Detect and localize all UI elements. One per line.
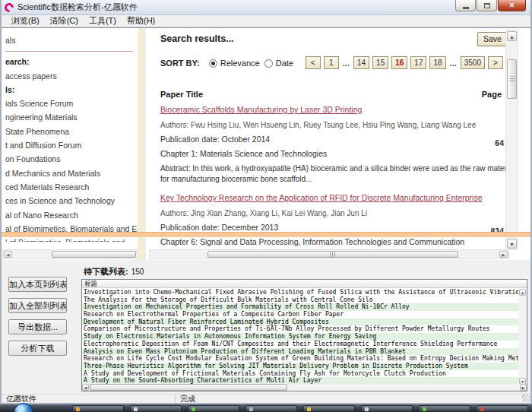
minimize-button[interactable] — [455, 0, 476, 11]
pagination-button[interactable]: 16 — [391, 56, 407, 69]
radio-date-label[interactable]: Date — [276, 59, 293, 68]
pagination-button[interactable]: > — [488, 56, 503, 69]
pagination-button[interactable]: 15 — [372, 56, 388, 69]
taskbar-app-icon — [480, 407, 484, 411]
menu-item[interactable]: 帮助(H) — [122, 14, 160, 27]
download-list-row[interactable]: A Study and Development of Frictional Ma… — [82, 370, 519, 378]
taskbar-button[interactable] — [477, 405, 528, 412]
sidebar-item[interactable]: t and Diffusion Forum — [5, 138, 138, 152]
results-hscroll-thumb[interactable] — [207, 251, 458, 258]
radio-date[interactable] — [264, 59, 273, 68]
download-list-row[interactable]: Research on Electrothermal Properties of… — [82, 311, 519, 319]
column-headers: Paper Title Page — [160, 90, 502, 99]
sidebar-item[interactable]: ials Science Forum — [5, 97, 138, 110]
sidebar-item[interactable]: ngineering Materials — [5, 110, 138, 124]
menu-item[interactable]: 清除(C) — [45, 14, 84, 27]
resize-grip-icon[interactable] — [522, 395, 530, 402]
taskbar-button[interactable] — [130, 405, 182, 412]
sidebar-item[interactable]: ced Materials Research — [5, 180, 138, 194]
paper-chapter: Chapter 6: Signal and Data Processing, I… — [160, 237, 519, 246]
sidebar-item[interactable]: State Phenomena — [5, 125, 138, 138]
taskbar-button[interactable] — [303, 405, 355, 412]
scroll-up-icon[interactable]: ▲ — [507, 31, 517, 41]
maximize-button[interactable] — [477, 0, 497, 11]
titlebar[interactable]: Scientific数据检索分析-亿愿软件 ✕ — [2, 0, 530, 15]
download-list-row[interactable]: Comparison of Microstructure and Propert… — [82, 325, 519, 333]
scroll-up-icon[interactable]: ▲ — [519, 289, 526, 296]
sidebar-item[interactable]: ces in Science and Technology — [5, 194, 138, 208]
menu-item[interactable]: 浏览(B) — [6, 14, 45, 27]
sidebar-item[interactable]: earch: — [5, 55, 138, 68]
menu-item[interactable]: 工具(T) — [84, 14, 122, 27]
app-window: Scientific数据检索分析-亿愿软件 ✕ 浏览(B)清除(C)工具(T)帮… — [0, 0, 532, 404]
sort-bar: SORT BY: Relevance Date — [160, 59, 293, 68]
download-list-row[interactable]: Investigation into Chemo-Mechanical Fixe… — [82, 289, 519, 296]
pagination-button[interactable]: < — [306, 56, 321, 69]
download-list-row[interactable]: Electrophoretic Deposition of Foam Ni/CN… — [82, 341, 519, 348]
sidebar-item[interactable]: al of Nano Research — [5, 208, 138, 222]
results-panel: Search results... Save SORT BY: Relevanc… — [146, 28, 530, 260]
list-hscroll-thumb[interactable] — [90, 384, 287, 391]
results-vscroll-thumb[interactable] — [507, 59, 517, 99]
pagination-button[interactable]: 14 — [353, 56, 369, 69]
pagination-button[interactable]: 17 — [410, 56, 426, 69]
statusbar: 亿愿软件 完成 — [2, 394, 530, 403]
taskbar-button[interactable] — [72, 405, 124, 412]
start-button[interactable] — [14, 403, 33, 412]
download-action-button[interactable]: 分析下载 — [8, 341, 67, 356]
sort-by-label: SORT BY: — [160, 59, 200, 68]
sidebar-horizontal-scrollbar[interactable]: ◀ — [2, 249, 137, 259]
close-button[interactable]: ✕ — [498, 0, 526, 11]
download-action-button[interactable]: 加入本页到列表 — [8, 277, 67, 292]
pagination-button[interactable]: 3500 — [461, 56, 485, 69]
download-rows: Investigation into Chemo-Mechanical Fixe… — [82, 289, 519, 385]
scroll-right-icon[interactable]: ▶ — [499, 251, 508, 258]
taskbar-app-icon — [76, 407, 80, 411]
results-horizontal-scrollbar[interactable]: ▶ — [149, 249, 509, 259]
download-list-row[interactable]: Research on Life Cycle Cost Modular Eval… — [82, 355, 519, 363]
taskbar-button[interactable] — [245, 405, 297, 412]
download-action-button[interactable]: 加入全部到列表 — [8, 298, 67, 313]
download-list-row[interactable]: Study on Electronic Materials in Autonom… — [82, 333, 519, 341]
list-horizontal-scrollbar[interactable]: ◀ ▶ — [82, 384, 527, 391]
list-column-header[interactable]: 标题 — [82, 280, 527, 288]
taskbar-button[interactable] — [361, 405, 413, 412]
sidebar-item[interactable]: ls: — [5, 83, 138, 97]
download-list-label: 待下载列表:150 — [84, 266, 144, 277]
panel-splitter[interactable] — [2, 232, 530, 237]
radio-relevance-label[interactable]: Relevance — [220, 59, 260, 68]
taskbar-button[interactable] — [419, 405, 470, 412]
download-list-row[interactable]: Three-Phase Heuristics Algorithm for Sol… — [82, 363, 519, 370]
paper-title-link[interactable]: Key Technology Research on the Applicati… — [160, 192, 519, 203]
download-list-row[interactable]: Investigation on Mechanical Properties a… — [82, 303, 519, 311]
sidebar-rule — [5, 51, 133, 52]
scroll-left-icon[interactable]: ◀ — [82, 384, 89, 391]
pagination: <1...1415161718...3500> — [306, 56, 503, 69]
list-vertical-scrollbar[interactable]: ▲ ▼ — [518, 289, 527, 385]
pagination-button[interactable]: 18 — [429, 56, 445, 69]
menubar: 浏览(B)清除(C)工具(T)帮助(H) — [2, 15, 530, 27]
paper-pubrow: Publication date: October 2014 64 — [160, 135, 519, 144]
window-title: Scientific数据检索分析-亿愿软件 — [17, 2, 138, 13]
pagination-button[interactable]: 1 — [324, 56, 339, 69]
download-list-row[interactable]: Development of Natural Fiber Reinforced … — [82, 319, 519, 326]
download-action-button[interactable]: 导出数据... — [8, 319, 67, 334]
app-logo-icon — [3, 1, 16, 14]
radio-relevance[interactable] — [209, 59, 217, 68]
sidebar-item[interactable]: access papers — [5, 69, 138, 83]
sidebar-item[interactable]: d Mechanics and Materials — [5, 166, 138, 180]
save-button[interactable]: Save — [477, 32, 508, 46]
results-vertical-scrollbar[interactable]: ▲ ▼ — [505, 30, 518, 250]
scroll-right-icon[interactable]: ▶ — [520, 384, 527, 391]
taskbar-button[interactable] — [188, 405, 239, 412]
status-message: 完成 — [180, 395, 195, 404]
download-list-row[interactable]: The Analysis for the Storage of Difficul… — [82, 296, 519, 304]
download-list-row[interactable]: Analysis on Even Mass Plutonium Producti… — [82, 348, 519, 356]
scroll-left-icon[interactable]: ◀ — [4, 251, 12, 258]
taskbar — [0, 404, 532, 412]
sidebar-item[interactable]: on Foundations — [5, 152, 138, 166]
sidebar-item[interactable]: als — [5, 33, 138, 47]
scroll-down-icon[interactable]: ▼ — [507, 239, 517, 249]
sidebar-hscroll-thumb[interactable] — [52, 251, 136, 258]
paper-title-link[interactable]: Bioceramic Scaffolds Manufacturing by La… — [160, 104, 519, 115]
